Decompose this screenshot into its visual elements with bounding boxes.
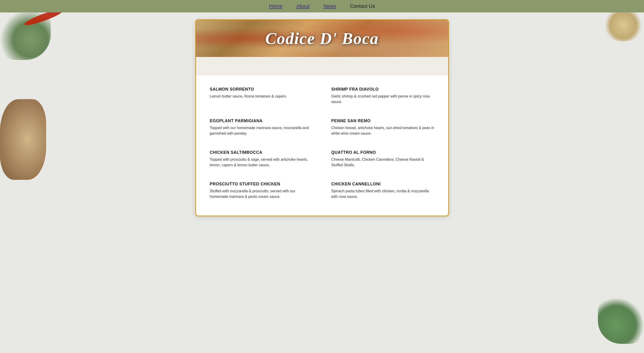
menu-item-desc: Chicken breast, artichoke hearts, sun-dr… bbox=[331, 125, 434, 136]
nav-about[interactable]: About bbox=[296, 3, 310, 9]
menu-item-name: CHICKEN CANNELLONI bbox=[331, 182, 434, 186]
main-wrapper: Codice D' Boca SALMON SORRENTO Lemon but… bbox=[0, 12, 644, 230]
menu-item-desc: Topped with our homemade marinara sauce,… bbox=[210, 125, 313, 136]
nav-contact-us[interactable]: Contact Us bbox=[350, 3, 375, 9]
spinach-decoration bbox=[598, 298, 644, 344]
menu-item-name: PROSCIUTTO STUFFED CHICKEN bbox=[210, 182, 313, 186]
menu-item: PROSCIUTTO STUFFED CHICKEN Stuffed with … bbox=[200, 175, 322, 206]
restaurant-card: Codice D' Boca SALMON SORRENTO Lemon but… bbox=[195, 19, 449, 216]
menu-item-name: SALMON SORRENTO bbox=[210, 87, 313, 92]
menu-item-name: SHRIMP FRA DIAVOLO bbox=[331, 87, 434, 92]
menu-item: PENNE SAN REMO Chicken breast, artichoke… bbox=[322, 112, 444, 143]
menu-item-desc: Stuffed with mozzarella & prosciutto, se… bbox=[210, 188, 313, 200]
nav-home[interactable]: Home bbox=[269, 3, 282, 9]
menu-item-desc: Topped with prosciutto & sage, served wi… bbox=[210, 157, 313, 168]
menu-item-name: EGGPLANT PARMIGIANA bbox=[210, 118, 313, 123]
menu-item-desc: Garlic shrimp & crushed red pepper with … bbox=[331, 94, 434, 105]
menu-item: SHRIMP FRA DIAVOLO Garlic shrimp & crush… bbox=[322, 80, 444, 112]
navigation: Home About News Contact Us bbox=[0, 0, 644, 12]
menu-item: CHICKEN SALTIMBOCCA Topped with prosciut… bbox=[200, 143, 322, 175]
hero-title: Codice D' Boca bbox=[266, 29, 379, 48]
menu-item: EGGPLANT PARMIGIANA Topped with our home… bbox=[200, 112, 322, 143]
menu-item: CHICKEN CANNELLONI Spinach pasta tubes f… bbox=[322, 175, 444, 206]
hero-banner: Codice D' Boca bbox=[196, 20, 448, 57]
menu-item-desc: Lemon butter sauce, Roma tomatoes & cape… bbox=[210, 94, 313, 99]
menu-item: QUATTRO AL FORNO Cheese Manicotti, Chick… bbox=[322, 143, 444, 175]
menu-item-desc: Cheese Manicotti, Chicken Cannelloni, Ch… bbox=[331, 157, 434, 168]
menu-item-name: QUATTRO AL FORNO bbox=[331, 150, 434, 155]
menu-item: SALMON SORRENTO Lemon butter sauce, Roma… bbox=[200, 80, 322, 112]
menu-item-name: PENNE SAN REMO bbox=[331, 118, 434, 123]
search-area bbox=[196, 57, 448, 76]
menu-item-name: CHICKEN SALTIMBOCCA bbox=[210, 150, 313, 155]
nav-news[interactable]: News bbox=[324, 3, 336, 9]
menu-grid: SALMON SORRENTO Lemon butter sauce, Roma… bbox=[196, 76, 448, 216]
menu-item-desc: Spinach pasta tubes filled with chicken,… bbox=[331, 188, 434, 200]
